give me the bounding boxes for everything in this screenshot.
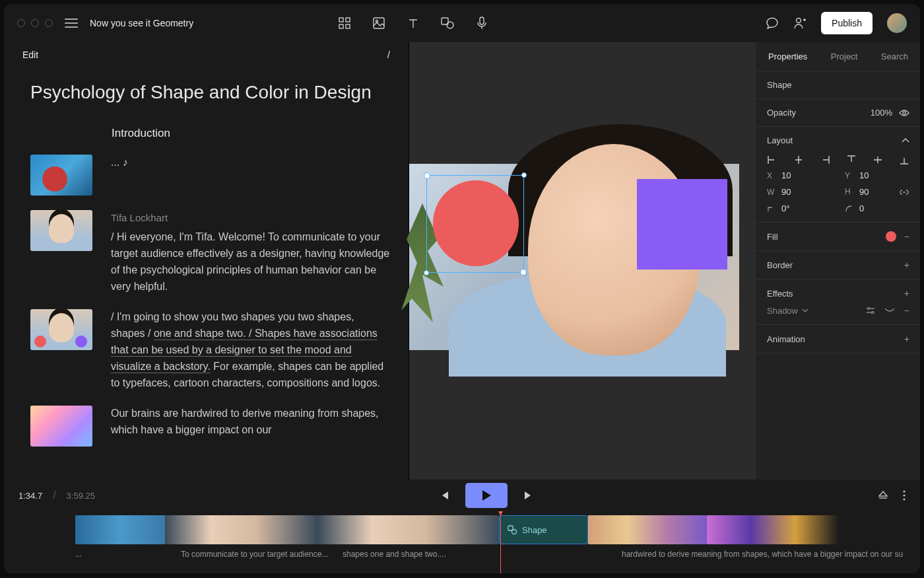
- svg-rect-0: [339, 18, 343, 22]
- corner-radius-field[interactable]: 0: [845, 203, 909, 213]
- transcript-text[interactable]: / I'm going to show you two shapes you t…: [111, 309, 390, 391]
- timeline-clip[interactable]: [317, 515, 499, 544]
- transcript-text[interactable]: Our brains are hardwired to derive meani…: [111, 406, 390, 447]
- width-field[interactable]: W90: [767, 187, 832, 197]
- user-avatar[interactable]: [887, 13, 907, 33]
- caption-segment[interactable]: [465, 550, 622, 565]
- add-border-icon[interactable]: +: [904, 260, 909, 270]
- caption-segment[interactable]: shapes one and shape two....: [343, 550, 465, 565]
- resize-handle-icon[interactable]: [424, 270, 429, 275]
- edit-mode-label[interactable]: Edit: [22, 50, 38, 60]
- section-heading[interactable]: Introduction: [112, 127, 390, 140]
- shadow-effect-row[interactable]: Shadow −: [767, 305, 909, 316]
- canvas-area[interactable]: [409, 42, 756, 480]
- tab-properties[interactable]: Properties: [768, 52, 807, 61]
- align-right-icon[interactable]: [820, 155, 830, 165]
- visibility-eye-icon[interactable]: [899, 109, 909, 117]
- timeline-clip[interactable]: [588, 515, 707, 544]
- window-traffic-lights[interactable]: [17, 19, 53, 27]
- rotation-field[interactable]: 0°: [767, 203, 832, 213]
- caption-segment[interactable]: To communicate to your target audience..…: [181, 550, 343, 565]
- microphone-icon[interactable]: [475, 17, 488, 30]
- panel-tabs: Properties Project Search: [756, 42, 920, 71]
- visibility-hidden-icon[interactable]: [884, 307, 895, 314]
- skip-back-icon[interactable]: [439, 490, 449, 501]
- align-top-icon[interactable]: [846, 155, 857, 165]
- add-effect-icon[interactable]: +: [904, 288, 909, 299]
- hamburger-menu-icon[interactable]: [65, 18, 78, 28]
- svg-point-17: [512, 530, 517, 534]
- remove-effect-icon[interactable]: −: [904, 305, 909, 316]
- svg-point-15: [903, 498, 905, 500]
- app-window: Now you see it Geometry Publish Edit / P…: [4, 4, 920, 573]
- align-hcenter-icon[interactable]: [793, 155, 804, 165]
- opacity-value[interactable]: 100%: [871, 108, 892, 118]
- comment-icon[interactable]: [766, 17, 779, 30]
- video-canvas[interactable]: [409, 164, 739, 350]
- script-content: Psychology of Shape and Color in Design …: [4, 67, 409, 480]
- svg-point-12: [871, 312, 873, 314]
- toolbar: [338, 17, 488, 30]
- layout-grid-icon[interactable]: [338, 17, 351, 30]
- svg-point-10: [903, 112, 906, 114]
- shape-square[interactable]: [637, 179, 727, 270]
- remove-fill-icon[interactable]: −: [904, 231, 909, 242]
- timeline-captions: ... To communicate to your target audien…: [75, 550, 920, 565]
- eject-icon[interactable]: [878, 490, 888, 501]
- text-icon[interactable]: [407, 17, 420, 30]
- align-left-icon[interactable]: [767, 155, 777, 165]
- document-title[interactable]: Psychology of Shape and Color in Design: [30, 82, 390, 103]
- transcript-text[interactable]: Tifa Lockhart / Hi everyone, I'm Tifa. W…: [111, 210, 390, 295]
- selection-box[interactable]: [426, 175, 524, 273]
- image-icon[interactable]: [372, 17, 385, 30]
- pause-marker[interactable]: ... ♪: [111, 155, 390, 196]
- chevron-up-icon[interactable]: [902, 138, 909, 143]
- border-row[interactable]: Border +: [756, 251, 920, 279]
- clip-thumbnail[interactable]: [30, 309, 92, 350]
- resize-handle-icon[interactable]: [521, 172, 527, 178]
- total-time: 3:59.25: [67, 491, 95, 501]
- script-block: ... ♪: [30, 155, 390, 196]
- timeline[interactable]: Shape ... To communicate to your target …: [4, 511, 920, 573]
- shapes-icon[interactable]: [441, 17, 454, 30]
- publish-button[interactable]: Publish: [821, 12, 873, 34]
- height-field[interactable]: H90: [845, 187, 869, 197]
- timeline-clip[interactable]: [707, 515, 839, 544]
- skip-forward-icon[interactable]: [523, 490, 534, 501]
- clip-thumbnail[interactable]: [30, 155, 92, 196]
- play-button[interactable]: [465, 483, 508, 508]
- x-position-field[interactable]: X10: [767, 170, 832, 180]
- timeline-clip[interactable]: [75, 515, 165, 544]
- y-position-field[interactable]: Y10: [845, 170, 909, 180]
- tab-search[interactable]: Search: [881, 52, 908, 61]
- fill-color-swatch[interactable]: [886, 231, 896, 242]
- shapes-icon: [508, 525, 517, 534]
- script-panel-header: Edit /: [4, 42, 409, 67]
- main-body: Edit / Psychology of Shape and Color in …: [4, 42, 920, 480]
- add-animation-icon[interactable]: +: [904, 334, 909, 344]
- caption-segment[interactable]: ...: [75, 550, 181, 565]
- animation-row[interactable]: Animation +: [756, 325, 920, 353]
- link-dimensions-icon[interactable]: [899, 189, 909, 196]
- svg-rect-3: [346, 24, 350, 28]
- playhead[interactable]: [500, 511, 501, 573]
- timeline-track[interactable]: Shape: [75, 515, 920, 544]
- timeline-clip[interactable]: [165, 515, 317, 544]
- caption-segment[interactable]: hardwired to derive meaning from shapes,…: [622, 550, 920, 565]
- effect-settings-icon[interactable]: [866, 307, 875, 314]
- clip-thumbnail[interactable]: [30, 210, 92, 251]
- more-menu-icon[interactable]: [903, 490, 906, 501]
- align-bottom-icon[interactable]: [899, 155, 909, 165]
- speaker-label: Tifa Lockhart: [111, 210, 390, 225]
- timeline-shape-chip[interactable]: Shape: [499, 515, 588, 544]
- fill-row[interactable]: Fill −: [756, 223, 920, 251]
- effects-section: Effects + Shadow −: [756, 279, 920, 325]
- tab-project[interactable]: Project: [831, 52, 857, 61]
- path-indicator: /: [387, 50, 390, 60]
- opacity-row[interactable]: Opacity 100%: [756, 99, 920, 127]
- add-user-icon[interactable]: [793, 17, 807, 30]
- align-vcenter-icon[interactable]: [873, 155, 883, 165]
- chevron-down-icon[interactable]: [802, 308, 808, 312]
- project-title[interactable]: Now you see it Geometry: [90, 18, 193, 28]
- clip-thumbnail[interactable]: [30, 406, 92, 447]
